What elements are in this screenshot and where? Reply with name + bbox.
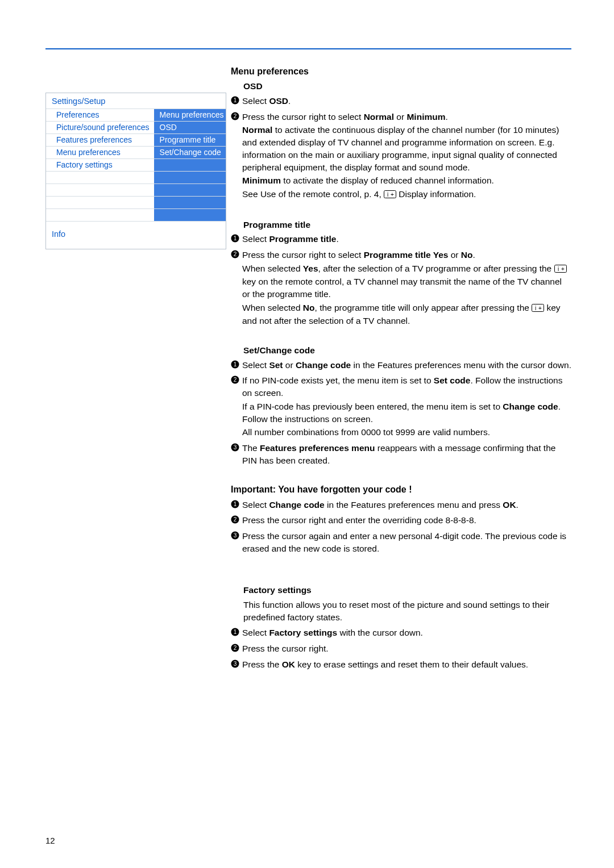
circled-2-icon: 2	[231, 515, 242, 524]
tv-menu-cell-left: Features preferences	[46, 134, 154, 146]
svg-text:2: 2	[234, 251, 237, 257]
factory-heading: Factory settings	[243, 584, 571, 596]
circled-1-icon: 1	[231, 96, 242, 105]
svg-text:+: +	[561, 266, 565, 272]
osd-step-1: 1 Select OSD.	[231, 95, 571, 108]
tv-menu-cell-left: Menu preferences	[46, 147, 154, 158]
circled-3-icon: 3	[231, 531, 242, 540]
tv-menu-cell-right	[154, 159, 226, 171]
factory-step-1: 1 Select Factory settings with the curso…	[231, 627, 571, 640]
main-heading: Menu preferences	[231, 65, 571, 78]
svg-rect-4	[384, 190, 396, 198]
forgot-step-1: 1 Select Change code in the Features pre…	[231, 499, 571, 512]
tv-menu-cell-left: Picture/sound preferences	[46, 122, 154, 133]
svg-text:+: +	[538, 305, 542, 311]
info-plus-icon: i+	[532, 303, 544, 315]
svg-text:i: i	[387, 191, 388, 198]
osd-heading: OSD	[243, 80, 571, 93]
tv-menu-row: Menu preferences Set/Change code	[46, 146, 226, 158]
svg-text:i: i	[535, 305, 536, 311]
tv-menu-info: Info	[46, 221, 226, 249]
factory-intro: This function allows you to reset most o…	[243, 599, 571, 623]
svg-text:1: 1	[234, 361, 237, 368]
prog-step-2: 2 Press the cursor right to select Progr…	[231, 249, 571, 328]
svg-text:2: 2	[234, 377, 237, 383]
svg-text:2: 2	[234, 645, 237, 651]
svg-text:3: 3	[234, 532, 237, 539]
tv-menu-row	[46, 196, 226, 208]
setcode-step-3: 3 The Features preferences menu reappear…	[231, 442, 571, 468]
forgot-step-2: 2 Press the cursor right and enter the o…	[231, 514, 571, 528]
svg-text:+: +	[391, 191, 394, 198]
svg-text:3: 3	[234, 444, 237, 450]
tv-menu-left-header: Preferences	[46, 109, 154, 121]
tv-menu-row: Features preferences Programme title	[46, 133, 226, 146]
svg-rect-11	[554, 265, 566, 272]
prog-step-1: 1 Select Programme title.	[231, 233, 571, 247]
tv-menu-header-row: Preferences Menu preferences	[46, 108, 226, 121]
tv-menu-cell-right: Set/Change code	[154, 147, 226, 158]
circled-1-icon: 1	[231, 360, 242, 369]
svg-text:1: 1	[234, 235, 237, 241]
factory-step-2: 2 Press the cursor right.	[231, 642, 571, 656]
circled-1-icon: 1	[231, 500, 242, 509]
svg-text:1: 1	[234, 629, 237, 635]
svg-text:2: 2	[234, 113, 237, 119]
circled-3-icon: 3	[231, 660, 242, 669]
tv-menu-row	[46, 171, 226, 183]
tv-menu-cell-left: Factory settings	[46, 159, 154, 171]
tv-menu-row	[46, 183, 226, 196]
tv-menu-row: Picture/sound preferences OSD	[46, 121, 226, 133]
info-plus-icon: i+	[554, 264, 567, 276]
circled-1-icon: 1	[231, 234, 242, 243]
svg-text:3: 3	[234, 661, 237, 667]
svg-text:2: 2	[234, 516, 237, 523]
svg-rect-14	[532, 304, 544, 311]
tv-menu-row: Factory settings	[46, 158, 226, 171]
osd-step-2: 2 Press the cursor right to select Norma…	[231, 111, 571, 203]
factory-step-3: 3 Press the OK key to erase settings and…	[231, 658, 571, 672]
programme-title-heading: Programme title	[243, 219, 571, 231]
circled-2-icon: 2	[231, 250, 242, 259]
circled-2-icon: 2	[231, 375, 242, 385]
circled-3-icon: 3	[231, 443, 242, 452]
tv-menu-box: Settings/Setup Preferences Menu preferen…	[45, 93, 226, 249]
info-plus-icon: i+	[384, 189, 396, 202]
tv-menu-right-header: Menu preferences	[154, 109, 226, 121]
svg-text:1: 1	[234, 501, 237, 507]
circled-2-icon: 2	[231, 644, 242, 653]
page-number: 12	[45, 836, 55, 845]
set-change-code-heading: Set/Change code	[243, 344, 571, 357]
forgot-code-heading: Important: You have forgotten your code …	[231, 483, 571, 496]
tv-menu-cell-right: OSD	[154, 122, 226, 133]
tv-menu-cell-right: Programme title	[154, 134, 226, 146]
svg-text:1: 1	[234, 97, 237, 103]
forgot-step-3: 3 Press the cursor again and enter a new…	[231, 530, 571, 556]
circled-1-icon: 1	[231, 628, 242, 637]
circled-2-icon: 2	[231, 112, 242, 121]
tv-menu-title: Settings/Setup	[46, 93, 226, 108]
tv-menu-row	[46, 208, 226, 221]
svg-text:i: i	[558, 266, 559, 272]
top-rule	[45, 48, 571, 49]
setcode-step-1: 1 Select Set or Change code in the Featu…	[231, 359, 571, 373]
setcode-step-2: 2 If no PIN-code exists yet, the menu it…	[231, 374, 571, 439]
